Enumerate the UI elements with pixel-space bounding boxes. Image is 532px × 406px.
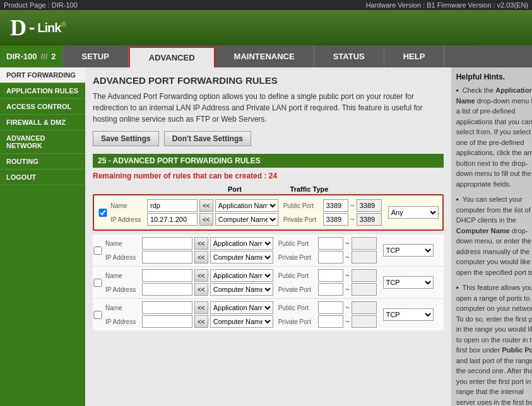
help-bullet-1: • Check the Application Name drop-down m… [456, 85, 532, 189]
rule-1-public-port-start[interactable] [323, 199, 348, 212]
rule-3-comp-select[interactable]: Computer Name [210, 283, 273, 296]
rule-2-app-arrow[interactable]: << [194, 237, 208, 250]
rule-1-name-label: Name [110, 202, 145, 209]
rule-1-private-label: Private Port [283, 216, 321, 223]
rule-1-private-port-end[interactable] [357, 213, 382, 226]
rule-2-name-label: Name [105, 240, 140, 247]
rule-2-fields: Name << Application Name IP Address << C… [105, 237, 273, 264]
save-settings-button[interactable]: Save Settings [93, 131, 159, 146]
tab-setup[interactable]: SETUP [63, 45, 129, 67]
logo-d: D [10, 16, 27, 39]
rule-4-app-arrow[interactable]: << [194, 301, 208, 314]
rule-2-checkbox[interactable] [93, 246, 103, 255]
rule-4-public-port-end[interactable] [352, 301, 377, 314]
rule-4-comp-arrow[interactable]: << [194, 315, 208, 328]
rule-3-name-row: Name << Application Name [105, 269, 273, 282]
rule-3-private-port-start[interactable] [318, 283, 343, 296]
rule-4-name-input[interactable] [142, 301, 192, 314]
rule-1-app-arrow[interactable]: << [199, 199, 213, 212]
rule-4-app-select[interactable]: Application Name [210, 301, 273, 314]
rule-3-ip-input[interactable] [142, 283, 192, 296]
rule-1-comp-select[interactable]: Computer Name [215, 213, 278, 226]
rule-4-public-label: Public Port [278, 304, 316, 311]
rule-1-comp-arrow[interactable]: << [199, 213, 213, 226]
sidebar-item-access-control[interactable]: ACCESS CONTROL [0, 99, 85, 115]
tab-advanced[interactable]: ADVANCED [129, 47, 215, 67]
rule-4-traffic-select[interactable]: TCP Any UDP [383, 308, 434, 321]
rule-1-private-port-start[interactable] [323, 213, 348, 226]
rule-1-public-port-end[interactable] [357, 199, 382, 212]
rule-4-public-port-start[interactable] [318, 301, 343, 314]
tab-maintenance[interactable]: MAINTENANCE [215, 45, 314, 67]
rule-row-4: Name << Application Name IP Address << C… [93, 299, 444, 330]
rule-4-ip-label: IP Address [105, 318, 140, 325]
page-description: The Advanced Port Forwarding option allo… [93, 91, 444, 125]
rule-2-public-port-start[interactable] [318, 237, 343, 250]
rule-3-app-arrow[interactable]: << [194, 269, 208, 282]
main-layout: PORT FORWARDING APPLICATION RULES ACCESS… [0, 67, 532, 406]
rule-4-ip-input[interactable] [142, 315, 192, 328]
bullet-icon-1: • [456, 86, 459, 94]
rule-1-checkbox[interactable] [98, 209, 108, 217]
rule-3-public-label: Public Port [278, 272, 316, 279]
rule-4-name-row: Name << Application Name [105, 301, 273, 314]
rule-1-traffic-select[interactable]: Any TCP UDP [388, 206, 439, 219]
rule-1-app-select[interactable]: Application Name [215, 199, 278, 212]
rule-4-private-port-end[interactable] [352, 315, 377, 328]
sidebar-item-routing[interactable]: ROUTING [0, 154, 85, 170]
action-buttons: Save Settings Don't Save Settings [93, 131, 444, 146]
rule-row-1: Name << Application Name IP Address << C… [93, 194, 444, 231]
rule-4-private-port-row: Private Port ~ [278, 315, 377, 328]
model-name: DIR-100 [6, 52, 37, 61]
sidebar-item-logout[interactable]: LOGOUT [0, 170, 85, 185]
rule-3-app-select[interactable]: Application Name [210, 269, 273, 282]
rule-2-private-port-end[interactable] [352, 251, 377, 264]
help-text-3: This feature allows you to open a range … [456, 284, 532, 406]
rule-2-comp-select[interactable]: Computer Name [210, 251, 273, 264]
rule-2-app-select[interactable]: Application Name [210, 237, 273, 250]
sidebar-item-firewall-dmz[interactable]: FIREWALL & DMZ [0, 115, 85, 130]
tab-help[interactable]: HELP [384, 45, 445, 67]
rule-2-traffic-select[interactable]: TCP Any UDP [383, 244, 434, 257]
rule-1-name-input[interactable] [147, 199, 198, 212]
rule-4-checkbox[interactable] [93, 311, 103, 319]
tab-status[interactable]: STATUS [314, 45, 384, 67]
rule-4-comp-select[interactable]: Computer Name [210, 315, 273, 328]
rule-2-ip-row: IP Address << Computer Name [105, 251, 273, 264]
page-title: ADVANCED PORT FORWARDING RULES [93, 75, 444, 86]
rule-1-fields: Name << Application Name IP Address << C… [110, 199, 278, 226]
rule-3-private-port-row: Private Port ~ [278, 283, 377, 296]
rule-2-ip-input[interactable] [142, 251, 192, 264]
rule-2-public-port-end[interactable] [352, 237, 377, 250]
rule-3-checkbox[interactable] [93, 279, 103, 287]
rule-3-traffic-field: TCP Any UDP [383, 276, 434, 289]
sidebar-item-application-rules[interactable]: APPLICATION RULES [0, 83, 85, 99]
rule-2-private-port-start[interactable] [318, 251, 343, 264]
sidebar: PORT FORWARDING APPLICATION RULES ACCESS… [0, 67, 85, 406]
rule-3-traffic-select[interactable]: TCP Any UDP [383, 276, 434, 289]
rule-3-private-port-end[interactable] [352, 283, 377, 296]
model-separator: /// [40, 52, 47, 61]
rule-3-public-port-start[interactable] [318, 269, 343, 282]
rule-4-fields: Name << Application Name IP Address << C… [105, 301, 273, 328]
product-label: Product Page : DIR-100 [4, 1, 78, 9]
logo-dash: - [29, 18, 35, 38]
rule-4-private-label: Private Port [278, 318, 316, 325]
dont-save-settings-button[interactable]: Don't Save Settings [164, 131, 251, 146]
rule-3-name-input[interactable] [142, 269, 192, 282]
help-bullet-3: • This feature allows you to open a rang… [456, 282, 532, 406]
rule-1-ip-input[interactable] [147, 213, 198, 226]
rule-3-port-fields: Public Port ~ Private Port ~ [278, 269, 377, 296]
sidebar-item-advanced-network[interactable]: ADVANCED NETWORK [0, 130, 85, 154]
rule-1-traffic-field: Any TCP UDP [388, 206, 439, 219]
rule-2-name-input[interactable] [142, 237, 192, 250]
help-text-1: Check the Application Name drop-down men… [456, 86, 532, 188]
rule-3-public-port-end[interactable] [352, 269, 377, 282]
sidebar-item-port-forwarding[interactable]: PORT FORWARDING [0, 67, 85, 83]
logo-link: Link® [37, 20, 66, 35]
rule-4-private-port-start[interactable] [318, 315, 343, 328]
tilde-1: ~ [350, 201, 355, 210]
traffic-col-header: Traffic Type [281, 185, 338, 193]
rule-3-comp-arrow[interactable]: << [194, 283, 208, 296]
rule-2-comp-arrow[interactable]: << [194, 251, 208, 264]
